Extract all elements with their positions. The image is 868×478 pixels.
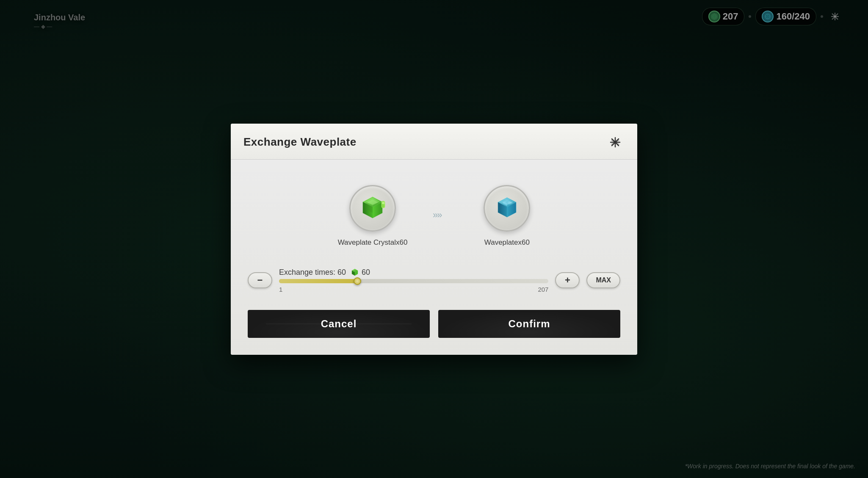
slider-max-label: 207 — [538, 286, 548, 293]
modal-close-button[interactable] — [606, 133, 625, 152]
to-item-icon-circle — [484, 185, 530, 232]
plus-button[interactable]: + — [555, 272, 580, 288]
crystal-count: 60 — [350, 268, 370, 277]
svg-rect-26 — [382, 202, 384, 204]
exchange-controls: − Exchange times: 60 — [248, 264, 620, 306]
blue-crystal-cube-icon — [493, 194, 521, 222]
exchange-waveplate-modal: Exchange Waveplate — [231, 124, 637, 355]
to-item-label: Waveplatex60 — [484, 238, 530, 247]
max-button[interactable]: MAX — [586, 272, 620, 288]
exchange-times-label: Exchange times: 60 — [279, 268, 548, 277]
to-item: Waveplatex60 — [484, 185, 530, 247]
modal-header: Exchange Waveplate — [231, 124, 637, 160]
modal-title: Exchange Waveplate — [243, 135, 357, 149]
green-crystal-cube-icon — [358, 193, 387, 223]
slider-fill — [279, 279, 357, 283]
modal-actions: Cancel Confirm — [248, 310, 620, 338]
modal-body: Waveplate Crystalx60 »» — [231, 160, 637, 355]
slider-thumb[interactable] — [354, 277, 361, 285]
exchange-arrow: »» — [433, 209, 458, 223]
exchange-slider[interactable] — [279, 279, 548, 283]
svg-rect-27 — [382, 205, 384, 207]
svg-text:»»: »» — [433, 210, 442, 220]
minus-button[interactable]: − — [248, 272, 272, 288]
exchange-items-display: Waveplate Crystalx60 »» — [248, 172, 620, 264]
slider-min-label: 1 — [279, 286, 282, 293]
from-item-label: Waveplate Crystalx60 — [338, 238, 408, 247]
slider-minmax: 1 207 — [279, 286, 548, 293]
slider-container: Exchange times: 60 — [279, 268, 548, 293]
cancel-button[interactable]: Cancel — [248, 310, 430, 338]
from-item: Waveplate Crystalx60 — [338, 185, 408, 247]
confirm-button[interactable]: Confirm — [438, 310, 620, 338]
from-item-icon-circle — [349, 185, 396, 232]
